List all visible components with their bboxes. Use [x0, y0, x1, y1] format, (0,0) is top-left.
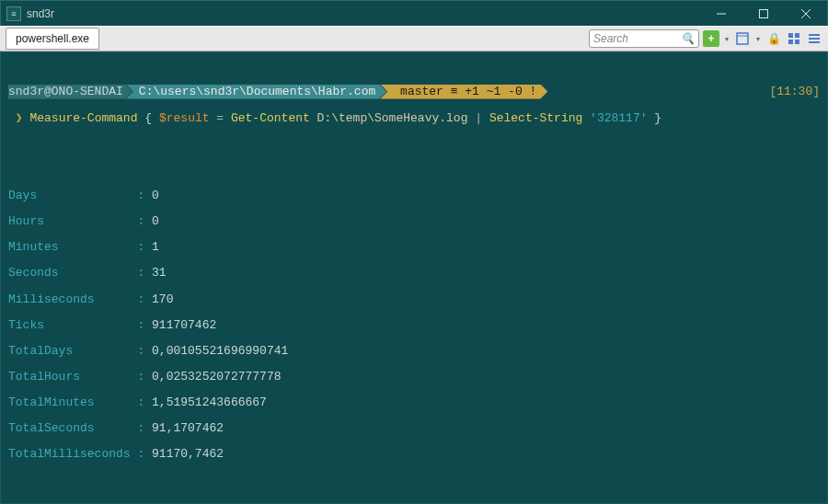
- close-button[interactable]: [785, 1, 827, 27]
- new-tab-button[interactable]: +: [703, 30, 719, 47]
- window-icon: [736, 32, 749, 45]
- app-icon: ≡: [6, 6, 21, 21]
- output-row: Minutes : 1: [8, 241, 820, 254]
- prompt-branch: master ≡ +1 ~1 -0 !: [380, 85, 547, 99]
- tab-powershell[interactable]: powershell.exe: [6, 28, 99, 50]
- search-icon: 🔍: [681, 32, 695, 45]
- output-row: Days : 0: [8, 189, 820, 202]
- prompt-path: C:\users\snd3r\Documents\Habr.com: [126, 85, 386, 99]
- svg-rect-1: [760, 9, 768, 17]
- output-row: Hours : 0: [8, 215, 820, 228]
- output-row: TotalMinutes : 1,51951243666667: [8, 396, 820, 409]
- svg-rect-8: [788, 40, 793, 44]
- plus-icon: +: [707, 32, 714, 45]
- search-input[interactable]: Search 🔍: [589, 29, 699, 48]
- tab-label: powershell.exe: [16, 32, 89, 45]
- toolbar: powershell.exe Search 🔍 + ▾ ▾ 🔒: [0, 26, 828, 52]
- lock-icon: 🔒: [767, 32, 781, 45]
- grid-icon: [788, 32, 800, 45]
- command-line: ❯ Measure-Command { $result = Get-Conten…: [8, 112, 820, 125]
- svg-rect-7: [795, 33, 799, 38]
- blank-row: [8, 138, 820, 151]
- maximize-button[interactable]: [742, 1, 785, 27]
- prompt-line: snd3r@ONO-SENDAI C:\users\snd3r\Document…: [8, 84, 820, 99]
- maximize-icon: [759, 9, 768, 18]
- titlebar: ≡ snd3r: [0, 0, 828, 26]
- dropdown-icon[interactable]: ▾: [723, 35, 730, 43]
- search-placeholder: Search: [593, 32, 628, 45]
- output-row: TotalSeconds : 91,1707462: [8, 422, 820, 435]
- list-icon: [808, 32, 821, 45]
- window-title: snd3r: [27, 7, 54, 20]
- output-row: Ticks : 911707462: [8, 319, 820, 332]
- svg-rect-9: [795, 40, 799, 44]
- lock-button[interactable]: 🔒: [765, 30, 782, 47]
- svg-rect-4: [737, 33, 748, 44]
- terminal[interactable]: snd3r@ONO-SENDAI C:\users\snd3r\Document…: [0, 52, 828, 504]
- window-list-button[interactable]: [734, 30, 751, 47]
- prompt-time: [11:30]: [769, 86, 820, 98]
- minimize-button[interactable]: [700, 1, 742, 27]
- minimize-icon: [717, 9, 726, 18]
- svg-rect-6: [788, 33, 793, 38]
- output-row: TotalMilliseconds : 91170,7462: [8, 448, 820, 461]
- output-row: TotalHours : 0,0253252072777778: [8, 371, 820, 384]
- prompt-user: snd3r@ONO-SENDAI: [8, 85, 132, 99]
- dropdown-icon[interactable]: ▾: [754, 35, 762, 43]
- output-row: TotalDays : 0,00105521696990741: [8, 345, 820, 358]
- list-view-button[interactable]: [806, 30, 822, 47]
- output-row: Milliseconds : 170: [8, 293, 820, 306]
- blank-row: [8, 164, 820, 177]
- output-row: Seconds : 31: [8, 267, 820, 280]
- grid-view-button[interactable]: [786, 30, 802, 47]
- close-icon: [801, 9, 811, 18]
